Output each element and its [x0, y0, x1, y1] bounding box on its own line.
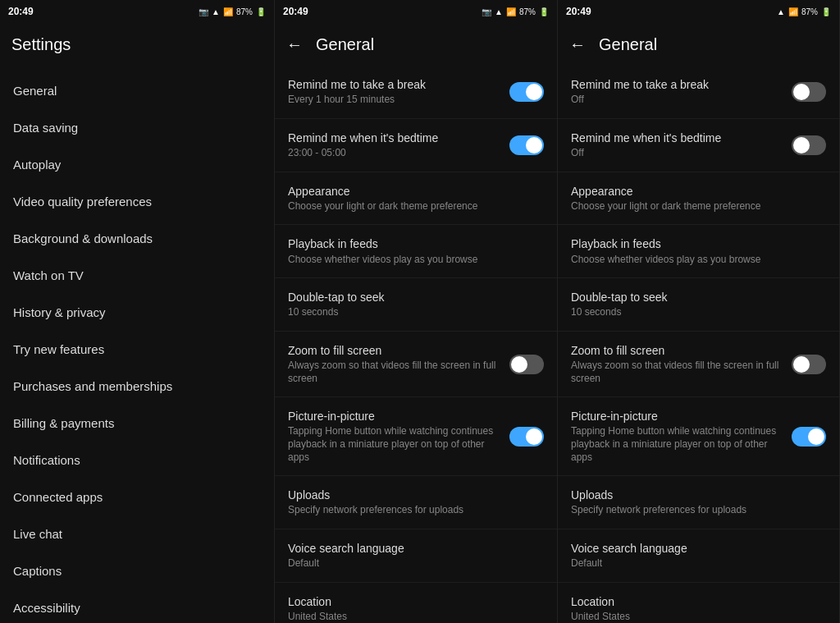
- settings-header: Settings: [0, 23, 274, 66]
- list-item[interactable]: Double-tap to seek 10 seconds: [558, 278, 839, 332]
- item-text: Location United States: [571, 594, 826, 623]
- status-time-right: 20:49: [566, 6, 591, 17]
- back-arrow-right[interactable]: ←: [569, 35, 586, 54]
- item-control[interactable]: [509, 355, 544, 374]
- list-item[interactable]: Location United States: [275, 583, 557, 623]
- toggle-zoom-right[interactable]: [792, 355, 826, 374]
- item-title: Remind me when it's bedtime: [288, 131, 500, 145]
- list-item[interactable]: Voice search language Default: [275, 529, 557, 583]
- toggle-bedtime[interactable]: [509, 135, 544, 155]
- item-subtitle: Default: [288, 557, 544, 570]
- item-title: Picture-in-picture: [571, 409, 782, 424]
- item-subtitle: Choose whether videos play as you browse: [571, 254, 826, 267]
- list-item[interactable]: Picture-in-picture Tapping Home button w…: [275, 397, 557, 476]
- item-text: Uploads Specify network preferences for …: [571, 488, 826, 517]
- item-text: Double-tap to seek 10 seconds: [288, 290, 544, 319]
- status-icons-mid: 📷 ▲ 📶 87% 🔋: [482, 7, 549, 16]
- list-item[interactable]: Appearance Choose your light or dark the…: [275, 172, 557, 226]
- list-item[interactable]: Remind me when it's bedtime Off: [558, 119, 839, 172]
- list-item[interactable]: Zoom to fill screen Always zoom so that …: [275, 332, 557, 397]
- toggle-zoom[interactable]: [509, 355, 544, 374]
- item-title: Uploads: [571, 488, 826, 502]
- item-text: Picture-in-picture Tapping Home button w…: [288, 409, 500, 464]
- settings-item-videoquality[interactable]: Video quality preferences: [0, 183, 274, 220]
- status-bar-left: 20:49 📷 ▲ 📶 87% 🔋: [0, 0, 274, 23]
- item-title: Appearance: [571, 184, 826, 199]
- settings-title: Settings: [11, 35, 71, 54]
- settings-item-watchontv[interactable]: Watch on TV: [0, 257, 274, 294]
- wifi-icon-right: ▲: [777, 7, 785, 16]
- item-title: Voice search language: [288, 541, 544, 556]
- general-panel-right: 20:49 ▲ 📶 87% 🔋 ← General Remind me to t…: [558, 0, 840, 623]
- settings-item-accessibility[interactable]: Accessibility: [0, 589, 274, 623]
- list-item[interactable]: Uploads Specify network preferences for …: [558, 476, 839, 529]
- list-item[interactable]: Appearance Choose your light or dark the…: [558, 172, 839, 226]
- toggle-pip-right[interactable]: [792, 427, 826, 447]
- settings-list: General Data saving Autoplay Video quali…: [0, 66, 274, 623]
- item-subtitle: Choose your light or dark theme preferen…: [288, 200, 544, 213]
- item-subtitle: Always zoom so that videos fill the scre…: [288, 360, 500, 385]
- item-subtitle: United States: [288, 611, 544, 623]
- list-item[interactable]: Double-tap to seek 10 seconds: [275, 278, 557, 332]
- status-icons-left: 📷 ▲ 📶 87% 🔋: [199, 7, 266, 16]
- settings-item-background[interactable]: Background & downloads: [0, 220, 274, 257]
- toggle-pip[interactable]: [509, 427, 544, 447]
- item-text: Zoom to fill screen Always zoom so that …: [288, 343, 500, 385]
- list-item[interactable]: Picture-in-picture Tapping Home button w…: [558, 397, 839, 476]
- list-item[interactable]: Uploads Specify network preferences for …: [275, 476, 557, 529]
- item-subtitle: Specify network preferences for uploads: [571, 504, 826, 517]
- item-text: Appearance Choose your light or dark the…: [571, 184, 826, 213]
- settings-item-captions[interactable]: Captions: [0, 552, 274, 589]
- item-title: Uploads: [288, 488, 544, 502]
- item-subtitle: Default: [571, 557, 826, 570]
- list-item[interactable]: Remind me when it's bedtime 23:00 - 05:0…: [275, 119, 557, 172]
- settings-item-datasaving[interactable]: Data saving: [0, 109, 274, 146]
- settings-item-billing[interactable]: Billing & payments: [0, 405, 274, 442]
- settings-item-history[interactable]: History & privacy: [0, 294, 274, 331]
- back-arrow-mid[interactable]: ←: [286, 35, 303, 54]
- list-item[interactable]: Remind me to take a break Off: [558, 66, 839, 119]
- battery-left: 87%: [236, 7, 253, 16]
- item-control[interactable]: [509, 82, 544, 102]
- item-subtitle: 10 seconds: [288, 306, 544, 319]
- item-control[interactable]: [509, 427, 544, 447]
- list-item[interactable]: Voice search language Default: [558, 529, 839, 583]
- item-subtitle: Off: [571, 147, 782, 160]
- list-item[interactable]: Location United States: [558, 583, 839, 623]
- general-header-right: ← General: [558, 23, 839, 66]
- settings-item-general[interactable]: General: [0, 72, 274, 109]
- settings-item-livechat[interactable]: Live chat: [0, 515, 274, 552]
- item-control[interactable]: [792, 355, 826, 374]
- item-text: Picture-in-picture Tapping Home button w…: [571, 409, 782, 464]
- settings-item-connectedapps[interactable]: Connected apps: [0, 479, 274, 515]
- item-control[interactable]: [792, 135, 826, 155]
- item-subtitle: 10 seconds: [571, 306, 826, 319]
- status-bar-mid: 20:49 📷 ▲ 📶 87% 🔋: [275, 0, 557, 23]
- toggle-remind-break-right[interactable]: [792, 82, 826, 102]
- item-title: Playback in feeds: [571, 236, 826, 251]
- item-title: Double-tap to seek: [288, 290, 544, 305]
- general-title-right: General: [599, 35, 657, 54]
- battery-right: 87%: [801, 7, 818, 16]
- settings-item-purchases[interactable]: Purchases and memberships: [0, 368, 274, 405]
- settings-item-newfeatures[interactable]: Try new features: [0, 331, 274, 368]
- toggle-remind-break[interactable]: [509, 82, 544, 102]
- item-control[interactable]: [509, 135, 544, 155]
- general-list-right: Remind me to take a break Off Remind me …: [558, 66, 839, 623]
- settings-item-autoplay[interactable]: Autoplay: [0, 146, 274, 183]
- item-title: Playback in feeds: [288, 236, 544, 251]
- list-item[interactable]: Zoom to fill screen Always zoom so that …: [558, 332, 839, 397]
- item-title: Voice search language: [571, 541, 826, 556]
- status-time-mid: 20:49: [283, 6, 308, 17]
- list-item[interactable]: Remind me to take a break Every 1 hour 1…: [275, 66, 557, 119]
- list-item[interactable]: Playback in feeds Choose whether videos …: [558, 225, 839, 278]
- list-item[interactable]: Playback in feeds Choose whether videos …: [275, 225, 557, 278]
- item-control[interactable]: [792, 82, 826, 102]
- settings-panel: 20:49 📷 ▲ 📶 87% 🔋 Settings General Data …: [0, 0, 275, 623]
- item-title: Zoom to fill screen: [571, 343, 782, 358]
- settings-item-notifications[interactable]: Notifications: [0, 442, 274, 479]
- toggle-bedtime-right[interactable]: [792, 135, 826, 155]
- status-bar-right: 20:49 ▲ 📶 87% 🔋: [558, 0, 839, 23]
- item-control[interactable]: [792, 427, 826, 447]
- wifi-icon: ▲: [212, 7, 220, 16]
